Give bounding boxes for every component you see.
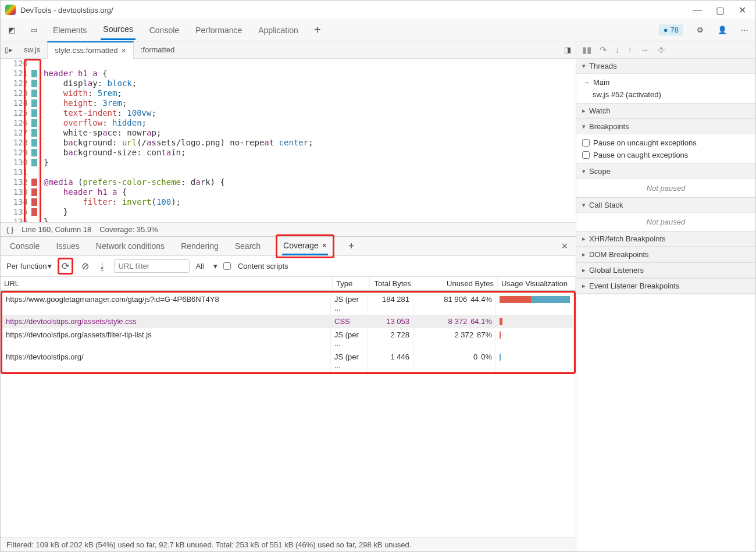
drawer-tabs: Console Issues Network conditions Render… (1, 236, 576, 256)
more-icon[interactable]: ⋯ (739, 25, 750, 35)
annotation-coverage-tab-highlight: Coverage× (276, 234, 334, 258)
close-drawer-tab-icon[interactable]: × (322, 241, 327, 250)
tab-sources[interactable]: Sources (101, 20, 135, 40)
tab-performance[interactable]: Performance (193, 21, 244, 40)
col-type[interactable]: Type (333, 277, 370, 290)
coverage-toolbar: Per function▾ ⟳ ⊘ ⭳ All ▾ Content script… (1, 256, 576, 277)
section-dom-breakpoints[interactable]: DOM Breakpoints (576, 247, 755, 262)
window-titlebar: DevTools - devtoolstips.org/ — ▢ ✕ (1, 1, 755, 19)
pretty-print-icon[interactable]: { } (6, 225, 13, 234)
pause-uncaught-checkbox[interactable]: Pause on uncaught exceptions (582, 137, 750, 149)
tab-application[interactable]: Application (256, 21, 301, 40)
step-over-icon[interactable]: ↷ (600, 45, 607, 55)
drawer-tab-network-conditions[interactable]: Network conditions (95, 238, 166, 254)
coverage-footer: Filtered: 109 kB of 202 kB (54%) used so… (1, 537, 576, 551)
minimize-icon[interactable]: — (693, 5, 702, 16)
section-scope[interactable]: Scope (576, 164, 755, 179)
reload-icon[interactable]: ⟳ (62, 261, 69, 271)
code-area[interactable]: header h1 a { display: block; width: 5re… (39, 59, 576, 222)
drawer-tab-issues[interactable]: Issues (55, 238, 80, 254)
section-global-listeners[interactable]: Global Listeners (576, 263, 755, 278)
file-tab-swjs[interactable]: sw.js (17, 41, 47, 59)
callstack-not-paused: Not paused (576, 213, 755, 231)
tab-elements[interactable]: Elements (51, 21, 89, 40)
step-icon[interactable]: → (640, 45, 649, 55)
hide-navigator-icon[interactable]: ◨ (559, 45, 576, 54)
coverage-table-header: URL Type Total Bytes Unused Bytes Usage … (1, 277, 576, 291)
cursor-position: Line 160, Column 18 (22, 225, 91, 234)
coverage-row[interactable]: https://devtoolstips.org/JS (per ...1 44… (2, 350, 574, 372)
pause-caught-checkbox[interactable]: Pause on caught exceptions (582, 149, 750, 161)
section-call-stack[interactable]: Call Stack (576, 198, 755, 213)
add-drawer-tab-icon[interactable]: + (348, 240, 355, 252)
app-favicon (5, 5, 16, 15)
step-into-icon[interactable]: ↓ (615, 45, 620, 55)
tab-console[interactable]: Console (147, 21, 181, 40)
coverage-percent: Coverage: 35.9% (99, 225, 158, 234)
section-threads[interactable]: Threads (576, 59, 755, 74)
drawer-tab-rendering[interactable]: Rendering (180, 238, 220, 254)
close-drawer-icon[interactable]: × (561, 240, 568, 252)
file-tabs: ▯▸ sw.js style.css:formatted× :formatted… (1, 41, 576, 59)
clear-icon[interactable]: ⊘ (79, 261, 91, 272)
section-breakpoints[interactable]: Breakpoints (576, 119, 755, 134)
add-tab-icon[interactable]: + (312, 25, 323, 35)
scope-not-paused: Not paused (576, 179, 755, 197)
device-icon[interactable]: ▭ (28, 25, 39, 35)
annotation-reload-highlight: ⟳ (58, 258, 73, 275)
deactivate-breakpoints-icon[interactable]: ⯑ (657, 45, 666, 55)
col-total-bytes[interactable]: Total Bytes (370, 277, 415, 290)
navigator-icon[interactable]: ▯▸ (1, 45, 17, 54)
settings-icon[interactable]: ⚙ (695, 25, 705, 35)
section-xhr-breakpoints[interactable]: XHR/fetch Breakpoints (576, 232, 755, 247)
pause-icon[interactable]: ▮▮ (582, 45, 591, 55)
inspect-icon[interactable]: ◩ (6, 25, 17, 35)
close-icon[interactable]: ✕ (739, 5, 746, 16)
debugger-sidebar: ▮▮ ↷ ↓ ↑ → ⯑ Threads →Main sw.js #52 (ac… (576, 41, 755, 551)
close-tab-icon[interactable]: × (122, 46, 126, 55)
drawer-tab-search[interactable]: Search (234, 238, 262, 254)
col-url[interactable]: URL (1, 277, 333, 290)
debugger-toolbar: ▮▮ ↷ ↓ ↑ → ⯑ (576, 41, 755, 59)
content-scripts-checkbox[interactable]: Content scripts (223, 262, 288, 270)
drawer-tab-coverage[interactable]: Coverage× (282, 237, 328, 255)
coverage-row[interactable]: https://www.googletagmanager.com/gtag/js… (2, 293, 574, 315)
export-icon[interactable]: ⭳ (97, 261, 108, 272)
window-title: DevTools - devtoolstips.org/ (20, 6, 693, 15)
annotation-coverage-rows-highlight: https://www.googletagmanager.com/gtag/js… (1, 291, 576, 374)
section-watch[interactable]: Watch (576, 104, 755, 119)
section-event-listener-breakpoints[interactable]: Event Listener Breakpoints (576, 279, 755, 294)
coverage-type-select[interactable]: All ▾ (195, 262, 217, 270)
file-tab-stylecss[interactable]: style.css:formatted× (47, 41, 134, 59)
url-filter-input[interactable] (114, 259, 190, 273)
coverage-row[interactable]: https://devtoolstips.org/assets/style.cs… (2, 315, 574, 328)
maximize-icon[interactable]: ▢ (716, 5, 725, 16)
thread-sw[interactable]: sw.js #52 (activated) (582, 88, 750, 101)
coverage-table: URL Type Total Bytes Unused Bytes Usage … (1, 277, 576, 374)
issues-badge[interactable]: 78 (659, 24, 683, 35)
col-unused-bytes[interactable]: Unused Bytes (415, 277, 498, 290)
main-toolbar: ◩ ▭ Elements Sources Console Performance… (1, 19, 755, 41)
step-out-icon[interactable]: ↑ (628, 45, 633, 55)
line-gutter: 1201211221231241251261271281291301311321… (1, 59, 39, 222)
drawer-tab-console[interactable]: Console (9, 238, 41, 254)
code-editor[interactable]: 1201211221231241251261271281291301311321… (1, 59, 576, 222)
coverage-mode-select[interactable]: Per function▾ (6, 262, 52, 270)
col-usage-visualization[interactable]: Usage Visualization (498, 277, 576, 290)
coverage-row[interactable]: https://devtoolstips.org/assets/filter-t… (2, 328, 574, 350)
thread-main[interactable]: →Main (582, 76, 750, 88)
file-tab-formatted[interactable]: :formatted (134, 41, 182, 59)
account-icon[interactable]: 👤 (717, 25, 728, 35)
